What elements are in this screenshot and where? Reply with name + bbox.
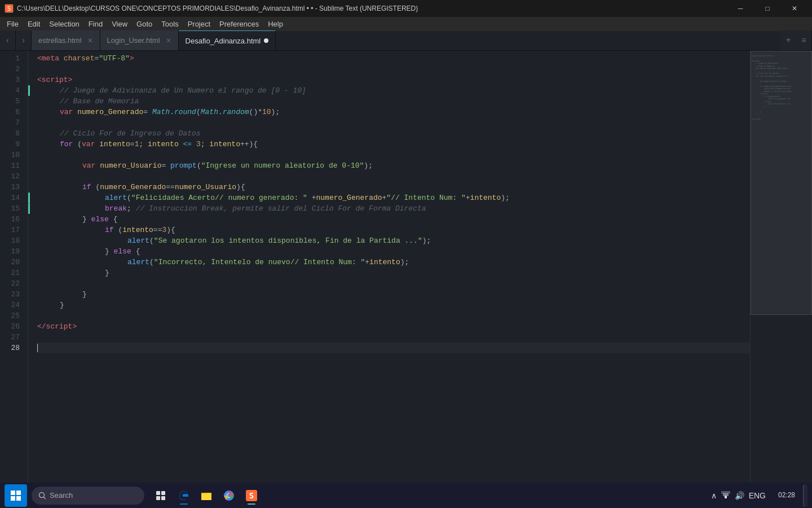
sublime-app[interactable]: S xyxy=(241,485,262,506)
code-line-22 xyxy=(37,278,750,289)
line-num-11: 11 xyxy=(3,160,20,171)
tabs-bar: ‹ › estrellas.html ✕ Login_User.html ✕ D… xyxy=(0,31,812,51)
svg-point-6 xyxy=(39,492,45,497)
menu-view[interactable]: View xyxy=(107,19,132,29)
svg-rect-8 xyxy=(156,491,160,495)
line-numbers: 1 2 3 4 5 6 7 8 9 10 11 12 13 14 15 16 1… xyxy=(0,51,28,491)
svg-rect-11 xyxy=(161,496,165,500)
clock[interactable]: 02:28 xyxy=(775,490,798,501)
menu-file[interactable]: File xyxy=(2,19,23,29)
language-indicator[interactable]: ENG xyxy=(749,491,766,500)
code-line-9: for (var intento=1; intento <= 3; intent… xyxy=(37,139,750,150)
menu-selection[interactable]: Selection xyxy=(45,19,83,29)
svg-rect-4 xyxy=(11,496,15,501)
line-num-22: 22 xyxy=(3,278,20,289)
title-bar-left: S C:\Users\DELL\Desktop\CURSOS ONE\CONCE… xyxy=(5,4,418,13)
tab-label: estrellas.html xyxy=(38,36,82,45)
line-num-12: 12 xyxy=(3,171,20,182)
menu-project[interactable]: Project xyxy=(183,19,215,29)
menu-goto[interactable]: Goto xyxy=(132,19,157,29)
line-num-27: 27 xyxy=(3,332,20,343)
code-line-2 xyxy=(37,64,750,75)
line-num-6: 6 xyxy=(3,107,20,117)
show-desktop-button[interactable] xyxy=(803,484,807,507)
edge-app[interactable] xyxy=(174,485,194,506)
tab-label: Desafio_Adinanza.html xyxy=(186,37,261,45)
taskbar: Search xyxy=(0,483,812,508)
taskbar-apps: S xyxy=(151,485,262,506)
tray-expand-icon[interactable]: ∧ xyxy=(711,491,717,500)
code-line-19: } else { xyxy=(37,246,750,257)
code-line-11: var numero_Usuario= prompt("Ingrese un n… xyxy=(37,160,750,171)
code-line-21: } xyxy=(37,268,750,278)
svg-rect-21 xyxy=(721,491,730,494)
code-line-5: // Base de Memoria xyxy=(37,96,750,107)
tab-next-button[interactable]: › xyxy=(16,30,32,50)
svg-line-7 xyxy=(44,497,46,499)
svg-text:S: S xyxy=(249,491,254,500)
code-line-24: } xyxy=(37,300,750,310)
menu-preferences[interactable]: Preferences xyxy=(215,19,263,29)
line-num-2: 2 xyxy=(3,64,20,75)
line-num-28: 28 xyxy=(3,343,20,353)
tab-estrellas[interactable]: estrellas.html ✕ xyxy=(32,30,100,50)
code-line-23: } xyxy=(37,289,750,300)
start-button[interactable] xyxy=(5,484,27,507)
network-icon[interactable] xyxy=(721,491,730,500)
line-num-9: 9 xyxy=(3,139,20,150)
new-tab-button[interactable]: + xyxy=(780,30,796,50)
tab-close-login[interactable]: ✕ xyxy=(166,37,171,45)
tabs-right: + ≡ xyxy=(780,30,812,50)
line-num-8: 8 xyxy=(3,128,20,139)
line-num-3: 3 xyxy=(3,75,20,85)
tab-prev-button[interactable]: ‹ xyxy=(0,30,16,50)
minimize-button[interactable]: ─ xyxy=(727,0,753,17)
maximize-button[interactable]: □ xyxy=(754,0,780,17)
sound-icon[interactable]: 🔊 xyxy=(735,491,744,500)
code-line-18: alert("Se agotaron los intentos disponib… xyxy=(37,235,750,246)
line-num-14: 14 xyxy=(3,192,20,203)
tray-icons: ∧ 🔊 ENG xyxy=(707,491,770,500)
minimap[interactable]: <meta charset="UTF-8"> <script> // Juego… xyxy=(750,51,812,491)
tab-close-estrellas[interactable]: ✕ xyxy=(87,37,93,45)
line-num-7: 7 xyxy=(3,117,20,128)
code-line-28 xyxy=(37,343,750,353)
tab-desafio[interactable]: Desafio_Adinanza.html xyxy=(179,30,276,50)
svg-rect-5 xyxy=(16,496,21,501)
line-num-23: 23 xyxy=(3,289,20,300)
close-button[interactable]: ✕ xyxy=(782,0,807,17)
taskbar-search[interactable]: Search xyxy=(32,487,144,505)
menu-find[interactable]: Find xyxy=(84,19,107,29)
window-controls: ─ □ ✕ xyxy=(727,0,807,17)
tab-login[interactable]: Login_User.html ✕ xyxy=(100,30,179,50)
menu-tools[interactable]: Tools xyxy=(157,19,183,29)
menu-bar: File Edit Selection Find View Goto Tools… xyxy=(0,17,812,31)
line-num-15: 15 xyxy=(3,203,20,214)
line-num-25: 25 xyxy=(3,310,20,321)
line-num-20: 20 xyxy=(3,257,20,268)
line-num-26: 26 xyxy=(3,321,20,332)
line-num-24: 24 xyxy=(3,300,20,310)
code-line-4: // Juego de Adivinanza de Un Numero el r… xyxy=(37,85,750,96)
taskbar-right: ∧ 🔊 ENG 02:28 xyxy=(707,484,807,507)
explorer-app[interactable] xyxy=(196,485,217,506)
chrome-app[interactable] xyxy=(219,485,239,506)
code-editor[interactable]: <meta charset="UTF-8"> <script> // Juego… xyxy=(28,51,750,491)
code-line-10 xyxy=(37,150,750,160)
line-num-4: 4 xyxy=(3,85,20,96)
code-line-26: </script> xyxy=(37,321,750,332)
line-num-13: 13 xyxy=(3,182,20,192)
line-num-19: 19 xyxy=(3,246,20,257)
menu-help[interactable]: Help xyxy=(263,19,288,29)
code-line-8: // Ciclo For de Ingreso de Datos xyxy=(37,128,750,139)
code-line-27 xyxy=(37,332,750,343)
search-placeholder: Search xyxy=(50,491,73,500)
code-line-16: } else { xyxy=(37,214,750,225)
menu-edit[interactable]: Edit xyxy=(23,19,45,29)
tab-dirty-indicator xyxy=(264,38,268,43)
tab-list-button[interactable]: ≡ xyxy=(796,30,812,50)
svg-rect-13 xyxy=(201,494,211,500)
svg-rect-3 xyxy=(16,491,21,495)
taskview-button[interactable] xyxy=(151,485,171,506)
svg-rect-9 xyxy=(161,491,165,495)
